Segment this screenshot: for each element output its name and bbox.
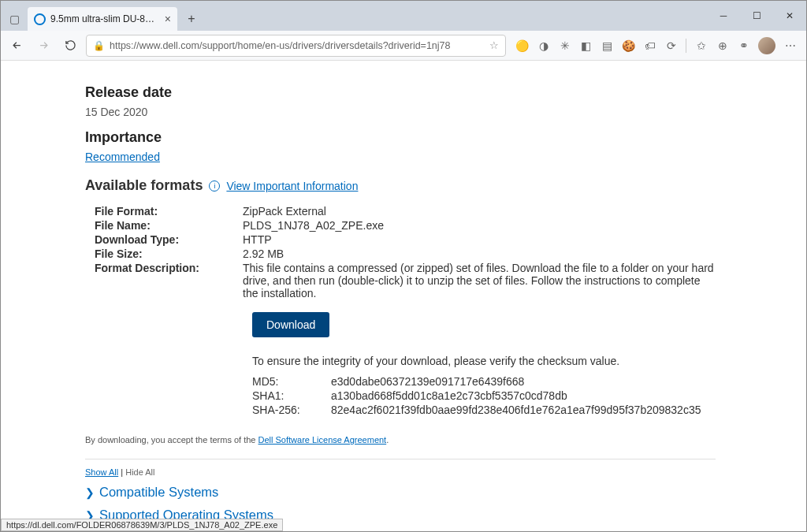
license-agreement-line: By downloading, you accept the terms of … (85, 435, 716, 445)
tab-close-icon[interactable]: × (165, 13, 171, 25)
md5-label: MD5: (252, 375, 331, 388)
format-description-label: Format Description: (85, 262, 243, 299)
available-formats-heading: Available formats (85, 177, 203, 194)
extension-icon[interactable]: ▤ (601, 39, 614, 52)
file-size-label: File Size: (85, 247, 243, 260)
window-maximize-button[interactable]: ☐ (740, 4, 773, 28)
release-date-value: 15 Dec 2020 (85, 106, 716, 118)
url-input[interactable]: 🔒 https://www.dell.com/support/home/en-u… (86, 35, 506, 57)
extension-icons: 🟡 ◑ ✳ ◧ ▤ 🍪 🏷 ⟳ ✩ ⊕ ⚭ ⋯ (511, 37, 801, 54)
extension-icon[interactable]: 🏷 (643, 39, 656, 52)
dell-favicon-icon (34, 13, 46, 25)
show-all-link[interactable]: Show All (85, 467, 118, 477)
md5-value: e3d0dabe06372139e091717e6439f668 (331, 375, 716, 388)
view-important-info-link[interactable]: View Important Information (226, 180, 358, 192)
download-button[interactable]: Download (252, 312, 329, 337)
importance-link[interactable]: Recommended (85, 151, 160, 163)
file-size-value: 2.92 MB (243, 247, 716, 260)
importance-heading: Importance (85, 129, 716, 146)
browser-window: ▢ 9.5mm ultra-slim DU-8A5LH FW × + ─ ☐ ✕… (0, 0, 807, 532)
url-text: https://www.dell.com/support/home/en-us/… (110, 40, 485, 51)
new-tab-button[interactable]: + (180, 8, 203, 30)
separator (686, 39, 686, 53)
separator (85, 459, 716, 459)
favorite-star-icon[interactable]: ☆ (489, 39, 499, 51)
extension-icon[interactable]: ◧ (579, 39, 593, 52)
sha1-value: a130bad668f5dd01c8a1e2c73cbf5357c0cd78db (331, 389, 716, 402)
tab-title: 9.5mm ultra-slim DU-8A5LH FW (50, 13, 160, 24)
download-type-value: HTTP (243, 233, 716, 246)
extension-icon[interactable]: ✳ (558, 39, 571, 52)
accordion-compatible-systems[interactable]: ❯ Compatible Systems (85, 485, 716, 500)
info-icon: i (209, 180, 220, 192)
chevron-right-icon: ❯ (85, 486, 95, 499)
hide-all-link[interactable]: Hide All (125, 467, 154, 477)
file-format-label: File Format: (85, 205, 243, 218)
sha1-label: SHA1: (252, 389, 331, 402)
window-minimize-button[interactable]: ─ (707, 4, 740, 28)
sha256-label: SHA-256: (252, 404, 331, 416)
page-content: Release date 15 Dec 2020 Importance Reco… (1, 61, 806, 531)
menu-icon[interactable]: ⋯ (783, 39, 797, 52)
extension-icon[interactable]: 🟡 (515, 39, 529, 52)
collections-icon[interactable]: ⊕ (716, 39, 729, 52)
profile-avatar[interactable] (758, 37, 775, 54)
file-name-value: PLDS_1NJ78_A02_ZPE.exe (243, 219, 716, 232)
license-agreement-link[interactable]: Dell Software License Agreement (258, 435, 387, 445)
file-name-label: File Name: (85, 219, 243, 232)
format-description-value: This file contains a compressed (or zipp… (243, 262, 716, 299)
browser-tab[interactable]: 9.5mm ultra-slim DU-8A5LH FW × (28, 7, 177, 31)
extension-icon[interactable]: ⚭ (737, 39, 750, 52)
extension-icon[interactable]: 🍪 (622, 39, 635, 52)
release-date-heading: Release date (85, 84, 716, 101)
extension-icon[interactable]: ⟳ (664, 39, 678, 52)
checksum-intro: To ensure the integrity of your download… (252, 355, 716, 367)
show-hide-toggle: Show All | Hide All (85, 467, 716, 477)
extension-icon[interactable]: ◑ (537, 39, 550, 52)
favorites-icon[interactable]: ✩ (694, 39, 708, 52)
nav-refresh-button[interactable] (59, 35, 81, 57)
sha256-value: 82e4ac2f6021f39fdb0aae99fd238e406fd1e762… (331, 404, 716, 416)
nav-forward-button (32, 35, 54, 57)
tab-actions-icon[interactable]: ▢ (1, 7, 28, 31)
download-type-label: Download Type: (85, 233, 243, 246)
lock-icon: 🔒 (93, 40, 105, 51)
nav-back-button[interactable] (6, 35, 28, 57)
address-bar: 🔒 https://www.dell.com/support/home/en-u… (1, 31, 806, 61)
titlebar: ▢ 9.5mm ultra-slim DU-8A5LH FW × + ─ ☐ ✕ (1, 1, 806, 31)
file-format-value: ZipPack External (243, 205, 716, 218)
status-bar-hover-url: https://dl.dell.com/FOLDER06878639M/3/PL… (1, 519, 283, 531)
window-close-button[interactable]: ✕ (773, 4, 806, 28)
